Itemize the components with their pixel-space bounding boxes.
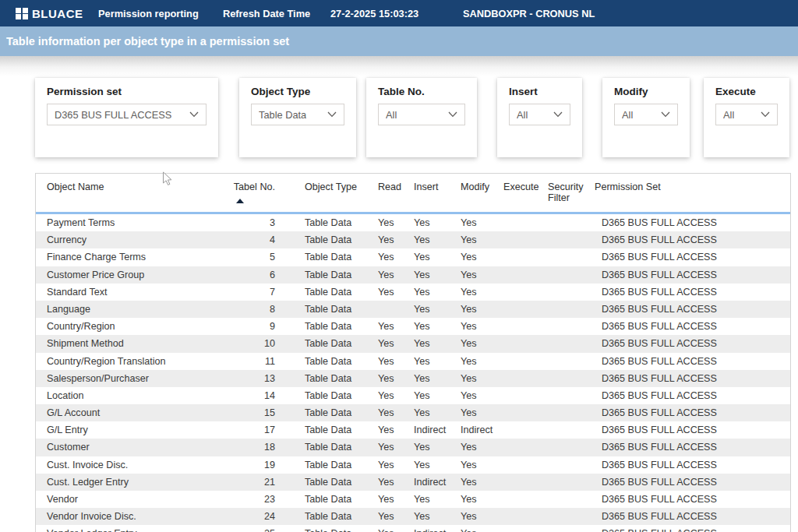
cell-permission-set: D365 BUS FULL ACCESS [591,387,790,404]
cell-object-name: Location [36,387,231,404]
cell-read: Yes [373,421,410,439]
cell-modify: Yes [457,214,500,231]
cell-read: Yes [373,284,410,301]
cell-object-type: Table Data [277,284,373,301]
cell-insert: Yes [410,387,457,404]
nav-permission-reporting[interactable]: Permission reporting [98,0,199,26]
cell-permission-set: D365 BUS FULL ACCESS [591,335,790,352]
table-row[interactable]: Customer18Table DataYesYesYesD365 BUS FU… [36,439,790,456]
cell-insert: Yes [410,301,457,318]
table-row[interactable]: Country/Region Translation11Table DataYe… [36,353,790,370]
permission-set-dropdown[interactable]: D365 BUS FULL ACCESS [47,104,207,125]
table-body: Payment Terms3Table DataYesYesYesD365 BU… [36,214,790,532]
table-row[interactable]: Vendor Invoice Disc.24Table DataYesYesYe… [36,508,790,525]
table-row[interactable]: Cust. Ledger Entry21Table DataYesIndirec… [36,474,790,491]
column-header-security-filter[interactable]: Security Filter [544,174,591,203]
cell-object-name: G/L Entry [36,421,231,439]
column-header-permission-set[interactable]: Permission Set [591,174,790,192]
cell-object-name: Payment Terms [36,214,231,231]
cell-modify: Yes [457,456,500,474]
nav-refresh-date-time-label: Refresh Date Time [223,0,310,26]
table-row[interactable]: Country/Region9Table DataYesYesYesD365 B… [36,318,790,335]
cell-read: Yes [373,318,410,335]
table-row[interactable]: Language8Table DataYesYesD365 BUS FULL A… [36,301,790,318]
cell-modify: Yes [457,387,500,404]
cell-modify: Indirect [457,421,500,439]
cell-modify: Yes [457,439,500,456]
execute-dropdown[interactable]: All [715,104,778,125]
cell-modify: Yes [457,266,500,284]
chevron-down-icon [661,111,670,118]
cell-modify: Yes [457,301,500,318]
column-header-execute[interactable]: Execute [500,174,544,192]
cell-insert: Yes [410,214,457,231]
cell-insert: Indirect [410,421,457,439]
table-row[interactable]: Location14Table DataYesYesYesD365 BUS FU… [36,387,790,404]
cell-object-name: Finance Charge Terms [36,248,231,266]
cell-insert: Yes [410,353,457,370]
table-row[interactable]: Finance Charge Terms5Table DataYesYesYes… [36,248,790,266]
cell-object-name: Vendor Invoice Disc. [36,508,231,525]
cell-object-type: Table Data [277,248,373,266]
cell-permission-set: D365 BUS FULL ACCESS [591,284,790,301]
cell-object-type: Table Data [277,335,373,352]
column-header-object-type[interactable]: Object Type [277,174,373,192]
table-row[interactable]: Salesperson/Purchaser13Table DataYesYesY… [36,370,790,387]
table-row[interactable]: G/L Entry17Table DataYesIndirectIndirect… [36,421,790,439]
cell-object-type: Table Data [277,353,373,370]
cell-read: Yes [373,387,410,404]
modify-dropdown[interactable]: All [614,104,678,125]
cell-object-name: Standard Text [36,284,231,301]
cell-insert: Yes [410,491,457,508]
cell-read: Yes [373,491,410,508]
insert-dropdown[interactable]: All [509,104,570,125]
cell-insert: Yes [410,370,457,387]
table-row[interactable]: Payment Terms3Table DataYesYesYesD365 BU… [36,214,790,231]
table-row[interactable]: Vendor23Table DataYesYesYesD365 BUS FULL… [36,491,790,508]
cell-object-type: Table Data [277,266,373,284]
column-header-tabel-no[interactable]: Tabel No. [231,174,277,203]
bluace-grid-icon [16,8,27,19]
bluace-logo: BLUACE [16,0,83,26]
dropdown-value: All [517,109,528,121]
table-row[interactable]: Cust. Invoice Disc.19Table DataYesYesYes… [36,456,790,474]
table-row[interactable]: Currency4Table DataYesYesYesD365 BUS FUL… [36,231,790,248]
top-app-bar: BLUACE Permission reporting Refresh Date… [0,0,798,26]
cell-permission-set: D365 BUS FULL ACCESS [591,248,790,266]
cell-object-type: Table Data [277,456,373,474]
cell-read: Yes [373,439,410,456]
column-header-object-name[interactable]: Object Name [36,174,231,192]
column-header-insert[interactable]: Insert [410,174,457,192]
table-row[interactable]: G/L Account15Table DataYesYesYesD365 BUS… [36,404,790,421]
cell-object-name: Cust. Ledger Entry [36,474,231,491]
cell-tabel-no: 6 [231,266,277,284]
column-header-read[interactable]: Read [373,174,410,192]
cell-object-type: Table Data [277,214,373,231]
environment-name: SANDBOXPR - CRONUS NL [463,0,595,26]
refresh-date-time-value: 27-2-2025 15:03:23 [330,0,418,26]
dropdown-value: All [723,109,734,121]
filter-label: Object Type [251,86,344,97]
cell-tabel-no: 4 [231,231,277,248]
cell-modify: Yes [457,318,500,335]
object-type-dropdown[interactable]: Table Data [251,104,344,125]
table-row[interactable]: Vendor Ledger Entry25Table DataYesIndire… [36,525,790,532]
cell-tabel-no: 17 [231,421,277,439]
table-row[interactable]: Customer Price Group6Table DataYesYesYes… [36,266,790,284]
mouse-cursor [162,171,173,187]
cell-modify: Yes [457,370,500,387]
cell-modify: Yes [457,284,500,301]
cell-insert: Yes [410,266,457,284]
cell-tabel-no: 13 [231,370,277,387]
table-row[interactable]: Shipment Method10Table DataYesYesYesD365… [36,335,790,352]
cell-object-type: Table Data [277,404,373,421]
cell-read: Yes [373,231,410,248]
cell-permission-set: D365 BUS FULL ACCESS [591,266,790,284]
cell-object-name: Vendor Ledger Entry [36,525,231,532]
table-no-dropdown[interactable]: All [378,104,465,125]
table-row[interactable]: Standard Text7Table DataYesYesYesD365 BU… [36,284,790,301]
cell-modify: Yes [457,508,500,525]
cell-object-type: Table Data [277,508,373,525]
cell-permission-set: D365 BUS FULL ACCESS [591,318,790,335]
column-header-modify[interactable]: Modify [457,174,500,192]
